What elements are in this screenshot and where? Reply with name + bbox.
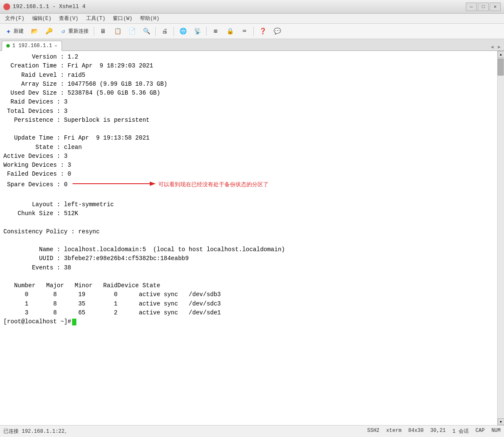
transfer-icon: 🌐 — [179, 28, 187, 35]
print-button[interactable]: 🖨 — [158, 25, 171, 37]
menu-view[interactable]: 查看(V) — [56, 14, 82, 23]
cursor-block — [72, 319, 76, 325]
maximize-button[interactable]: □ — [478, 3, 489, 11]
line-creation-time: Creation Time : Fri Apr 9 18:29:03 2021 — [3, 62, 494, 70]
session-tab-1[interactable]: 1 192.168.1.1 ✕ — [2, 41, 62, 51]
toolbar-separator-3 — [174, 27, 174, 36]
terminal-content[interactable]: Version : 1.2 Creation Time : Fri Apr 9 … — [0, 51, 497, 425]
menu-edit[interactable]: 编辑(E) — [29, 14, 55, 23]
search-button[interactable]: 🔍 — [140, 25, 153, 37]
scroll-track[interactable] — [498, 58, 504, 418]
sessions-icon: ⊞ — [212, 28, 219, 35]
line-total-devices: Total Devices : 3 — [3, 107, 494, 116]
line-table-row-1: 1 8 35 1 active sync /dev/sdc3 — [3, 300, 494, 308]
cursor-position-label: 30,21 — [430, 428, 445, 435]
window-controls: — □ ✕ — [466, 3, 501, 11]
annotation-arrow-group: 可以看到现在已经没有处于备份状态的分区了 — [71, 179, 269, 191]
transfer-button[interactable]: 🌐 — [176, 25, 190, 37]
terminal-size-label: 84x30 — [408, 428, 423, 435]
scroll-thumb[interactable] — [498, 59, 504, 76]
connection-status: 已连接 192.168.1.1:22。 — [3, 428, 70, 435]
paste-button[interactable]: 📄 — [125, 25, 139, 37]
line-name: Name : localhost.localdomain:5 (local to… — [3, 245, 494, 254]
keyboard-button[interactable]: ⌨ — [238, 25, 251, 37]
line-table-header: Number Major Minor RaidDevice State — [3, 281, 494, 290]
tab-prev-button[interactable]: ◀ — [489, 44, 496, 50]
line-layout: Layout : left-symmetric — [3, 200, 494, 209]
terminal-type-label: xterm — [386, 428, 401, 435]
line-spare-devices-row: Spare Devices : 0 可以看到现在已经没有处于备份状态的分区了 — [3, 179, 494, 191]
help-icon: ❓ — [259, 28, 266, 35]
toolbar: ✚ 新建 📂 🔑 ↺ 重新连接 🖥 📋 📄 🔍 🖨 🌐 📡 ⊞ 🔒 ⌨ — [0, 24, 504, 39]
open-button[interactable]: 📂 — [28, 25, 41, 37]
prompt-text: [root@localhost ~]# — [3, 317, 71, 326]
app-icon — [3, 3, 10, 10]
svg-marker-1 — [150, 182, 156, 186]
line-blank-3 — [3, 218, 494, 227]
line-blank-5 — [3, 272, 494, 281]
new-button[interactable]: ✚ 新建 — [2, 25, 27, 37]
screen-icon: 🖥 — [99, 28, 107, 35]
line-blank-1 — [3, 125, 494, 134]
tab-close-button[interactable]: ✕ — [55, 43, 57, 48]
scroll-up-button[interactable]: ▲ — [498, 51, 504, 58]
key-button[interactable]: 🔑 — [42, 25, 56, 37]
line-active-devices: Active Devices : 3 — [3, 152, 494, 161]
menu-window[interactable]: 窗口(W) — [109, 14, 136, 23]
key-icon: 🔑 — [45, 28, 53, 35]
toolbar-separator-4 — [206, 27, 207, 36]
search-icon: 🔍 — [143, 28, 150, 35]
keyboard-icon: ⌨ — [241, 28, 248, 35]
lock-button[interactable]: 🔒 — [223, 25, 237, 37]
line-chunk-size: Chunk Size : 512K — [3, 209, 494, 218]
scroll-down-button[interactable]: ▼ — [498, 418, 504, 425]
copy-button[interactable]: 📋 — [111, 25, 124, 37]
minimize-button[interactable]: — — [466, 3, 477, 11]
line-working-devices: Working Devices : 3 — [3, 161, 494, 170]
status-bar: 已连接 192.168.1.1:22。 SSH2 xterm 84x30 30,… — [0, 425, 504, 437]
vertical-scrollbar[interactable]: ▲ ▼ — [497, 51, 504, 425]
tab-navigation: ◀ ▶ — [489, 44, 502, 50]
line-events: Events : 38 — [3, 263, 494, 272]
chat-button[interactable]: 💬 — [270, 25, 284, 37]
line-raid-devices: Raid Devices : 3 — [3, 98, 494, 106]
prompt-row: [root@localhost ~]# — [3, 317, 494, 326]
line-state: State : clean — [3, 143, 494, 152]
toolbar-separator-1 — [94, 27, 94, 36]
line-version: Version : 1.2 — [3, 53, 494, 62]
sessions-label: 1 会话 — [452, 428, 468, 435]
menu-tools[interactable]: 工具(T) — [83, 14, 109, 23]
reconnect-icon: ↺ — [59, 28, 67, 35]
status-right-group: SSH2 xterm 84x30 30,21 1 会话 CAP NUM — [367, 428, 501, 435]
protocol-label: SSH2 — [367, 428, 380, 435]
line-table-row-3: 3 8 65 2 active sync /dev/sde1 — [3, 308, 494, 317]
reconnect-button[interactable]: ↺ 重新连接 — [56, 25, 92, 37]
line-table-row-0: 0 8 19 0 active sync /dev/sdb3 — [3, 290, 494, 299]
menu-file[interactable]: 文件(F) — [2, 14, 28, 23]
menu-help[interactable]: 帮助(H) — [137, 14, 163, 23]
line-update-time: Update Time : Fri Apr 9 19:13:58 2021 — [3, 134, 494, 143]
line-blank-2 — [3, 191, 494, 200]
chat-icon: 💬 — [273, 28, 281, 35]
help-button[interactable]: ❓ — [256, 25, 269, 37]
connection-status-dot — [6, 44, 10, 48]
toolbar-separator-2 — [155, 27, 156, 36]
tab-next-button[interactable]: ▶ — [496, 44, 502, 50]
sftp-button[interactable]: 📡 — [190, 25, 204, 37]
line-uuid: UUID : 3bfebe27:e98e26b4:cf5382bc:184eab… — [3, 254, 494, 263]
copy-icon: 📋 — [114, 28, 121, 35]
sessions-button[interactable]: ⊞ — [209, 25, 222, 37]
tab-label: 1 192.168.1.1 — [12, 43, 52, 49]
caps-indicator: CAP — [476, 428, 485, 435]
terminal-wrapper: Version : 1.2 Creation Time : Fri Apr 9 … — [0, 51, 504, 425]
paste-icon: 📄 — [128, 28, 136, 35]
arrow-svg — [71, 179, 156, 188]
title-text: 192.168.1.1 - Xshell 4 — [13, 3, 86, 10]
sftp-icon: 📡 — [193, 28, 201, 35]
line-array-size: Array Size : 10477568 (9.99 GiB 10.73 GB… — [3, 80, 494, 89]
tab-bar: 1 192.168.1.1 ✕ ◀ ▶ — [0, 39, 504, 51]
close-button[interactable]: ✕ — [490, 3, 501, 11]
screen-button[interactable]: 🖥 — [96, 25, 110, 37]
title-bar: 192.168.1.1 - Xshell 4 — □ ✕ — [0, 0, 504, 14]
num-indicator: NUM — [491, 428, 501, 435]
